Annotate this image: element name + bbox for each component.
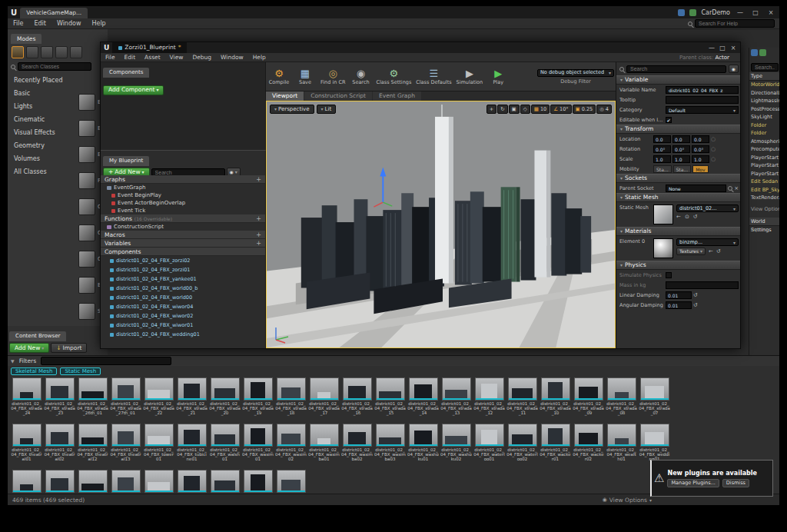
blueprint-titlebar[interactable]: U Zorzi01_Blueprint * — □ × xyxy=(101,42,740,53)
content-browser-tab[interactable]: Content Browser xyxy=(9,331,66,341)
reset-icon[interactable]: ↺ xyxy=(716,248,721,254)
asset-item[interactable]: district01_02_04_FBX_strada_10 xyxy=(540,377,571,417)
asset-item[interactable]: district01_02_04_FBX_wacker01 xyxy=(540,424,571,464)
asset-item[interactable]: district01_02_04_FBX_strada_21 xyxy=(176,377,208,417)
linear-damping-field[interactable]: 0.01 xyxy=(666,291,692,299)
perspective-dropdown[interactable]: ▾ Perspective xyxy=(270,105,314,114)
asset-item[interactable]: district01_02_04_FBX_wiwor02 xyxy=(44,470,75,494)
debug-object-dropdown[interactable]: No debug object selected ▾ xyxy=(537,69,614,77)
close-button[interactable]: × xyxy=(765,9,776,16)
asset-item[interactable]: district01_02_04_FBX_strada_17 xyxy=(308,377,340,417)
component-row[interactable]: district01_02_04_FBX_wiwor04 xyxy=(101,302,265,311)
add-function-icon[interactable]: + xyxy=(256,215,261,222)
asset-item[interactable]: district01_02_04_FBX_wiwor01 xyxy=(11,470,42,494)
asset-item[interactable]: district01_02_04_FBX_strada_20 xyxy=(209,377,241,417)
details-filter-icon[interactable]: ◉ xyxy=(729,65,739,73)
asset-item[interactable]: district01_02_04_FBX_zorzi02 xyxy=(275,470,307,494)
parent-socket-field[interactable]: None xyxy=(666,185,726,192)
y-value-field[interactable]: 0.0° xyxy=(672,145,690,153)
place-mode-icon[interactable] xyxy=(12,46,24,58)
viewport[interactable]: ▾ Perspective ▾ Lit +↻▣◇ ▦10 ∠10° ▣0.25 … xyxy=(266,101,616,348)
transform-row-label[interactable]: Rotation xyxy=(619,146,652,152)
view-options-button[interactable]: View Options xyxy=(609,497,647,504)
add-graph-icon[interactable]: + xyxy=(256,176,261,183)
reset-icon[interactable]: ↺ xyxy=(693,292,698,298)
variables-section-header[interactable]: Variables + xyxy=(101,239,265,248)
toolbar-button[interactable]: ▶ Play xyxy=(487,68,509,85)
toolbar-button[interactable]: ⚙ Class Settings xyxy=(376,68,411,85)
asset-item[interactable]: district01_02_04_FBX_strada_12 xyxy=(473,377,505,417)
lock-icon[interactable]: ○ xyxy=(711,156,716,162)
outliner-type-header[interactable]: Type xyxy=(749,72,779,81)
filters-label[interactable]: Filters xyxy=(19,357,36,364)
outliner-row[interactable]: TextRenderActor xyxy=(749,194,779,202)
menu-item[interactable]: Asset xyxy=(140,54,165,61)
clear-socket-icon[interactable]: × xyxy=(734,185,739,191)
asset-item[interactable]: district01_02_04_FBX_wacker02 xyxy=(573,424,604,464)
use-selected-icon[interactable]: ← xyxy=(709,248,713,254)
dismiss-button[interactable]: Dismiss xyxy=(722,479,749,487)
outliner-row[interactable]: Edit Sedan xyxy=(749,178,779,186)
z-value-field[interactable]: 1.0 xyxy=(692,155,709,163)
event-node-row[interactable]: Event Tick xyxy=(101,207,265,214)
category-dropdown[interactable]: Default▾ xyxy=(666,106,739,114)
menu-item[interactable]: File xyxy=(8,20,28,27)
transform-row-label[interactable]: Location xyxy=(619,136,652,142)
outliner-row[interactable]: PlayerStart xyxy=(749,154,779,162)
viewport-3d-scene[interactable] xyxy=(267,101,615,347)
outliner-row[interactable]: PostProcessVolume xyxy=(749,105,779,114)
outliner-row[interactable]: MotorWorld xyxy=(749,81,779,89)
asset-item[interactable]: district01_02_04_FBX_tower01 xyxy=(143,424,174,464)
landscape-mode-icon[interactable] xyxy=(41,46,53,58)
event-node-row[interactable]: Event ActorBeginOverlap xyxy=(101,199,265,207)
components-panel-tab[interactable]: Components xyxy=(103,68,149,78)
physics-section-header[interactable]: ▾Physics xyxy=(616,261,741,270)
textures-dropdown[interactable]: Textures▾ xyxy=(676,248,706,255)
menu-item[interactable]: Debug xyxy=(188,54,216,61)
eventgraph-row[interactable]: EventGraph xyxy=(101,184,265,191)
toolbar-button[interactable]: ◎ Find in CR xyxy=(320,68,345,85)
grid-snap-control[interactable]: ▦10 xyxy=(531,105,550,114)
x-value-field[interactable]: 0.0° xyxy=(653,145,671,153)
asset-item[interactable]: district01_02_04_FBX_strada_07 xyxy=(639,377,670,417)
close-button[interactable]: × xyxy=(728,45,739,52)
asset-item[interactable]: district01_02_04_FBX_theatral12 xyxy=(77,424,108,464)
minimize-button[interactable]: — xyxy=(706,45,717,52)
outliner-row[interactable]: Folder xyxy=(749,129,779,138)
component-row[interactable]: district01_02_04_FBX_zorzi01 xyxy=(101,265,265,274)
lock-icon[interactable]: ○ xyxy=(711,136,716,142)
rotation-snap-control[interactable]: ∠10° xyxy=(550,105,571,114)
maximize-button[interactable]: □ xyxy=(717,45,728,52)
menu-item[interactable]: File xyxy=(101,54,120,61)
scale-snap-control[interactable]: ▣0.25 xyxy=(573,105,596,114)
viewport-tool-icon[interactable]: ↻ xyxy=(497,105,507,114)
geometry-mode-icon[interactable] xyxy=(70,46,82,58)
filter-chip[interactable]: Skeletal Mesh xyxy=(11,367,57,375)
outliner-row[interactable]: Folder xyxy=(749,121,779,130)
asset-item[interactable]: district01_02_04_FBX_strada_13 xyxy=(440,377,472,417)
marketplace-icon[interactable] xyxy=(689,9,696,16)
angular-damping-field[interactable]: 0.01 xyxy=(666,301,692,309)
toolbar-button[interactable]: ▶ Simulation xyxy=(457,68,483,85)
help-search-input[interactable] xyxy=(695,19,775,28)
maximize-button[interactable]: □ xyxy=(750,9,761,16)
simulate-physics-checkbox[interactable] xyxy=(666,272,672,278)
foliage-mode-icon[interactable] xyxy=(55,46,68,58)
mobility-stationary-button[interactable]: Sta... xyxy=(673,165,692,173)
asset-item[interactable]: district01_02_04_FBX_strada_18 xyxy=(275,377,307,417)
parent-class-value[interactable]: Actor xyxy=(716,55,729,61)
asset-item[interactable]: district01_02_04_FBX_strada_26th_01 xyxy=(77,377,108,417)
add-macro-icon[interactable]: + xyxy=(256,231,261,238)
minimize-button[interactable]: — xyxy=(735,9,745,16)
viewport-tool-icon[interactable]: ▣ xyxy=(509,105,520,114)
lock-icon[interactable]: ○ xyxy=(711,146,716,152)
world-settings-tab[interactable]: World Settings xyxy=(749,218,779,226)
outliner-row[interactable]: LightmassImportanceVolume xyxy=(749,97,779,105)
my-blueprint-tab[interactable]: My Blueprint xyxy=(103,156,149,166)
outliner-row[interactable]: PlayerStart xyxy=(749,161,779,170)
asset-item[interactable]: district01_02_04_FBX_strada_15 xyxy=(374,377,406,417)
variable-name-field[interactable]: district01_02_04_FBX_z xyxy=(666,86,739,94)
asset-item[interactable]: district01_02_04_FBX_wedding01 xyxy=(639,424,670,464)
asset-item[interactable]: district01_02_04_FBX_strada_09 xyxy=(573,377,604,417)
toolbar-button[interactable]: ▦ Save xyxy=(294,68,316,85)
